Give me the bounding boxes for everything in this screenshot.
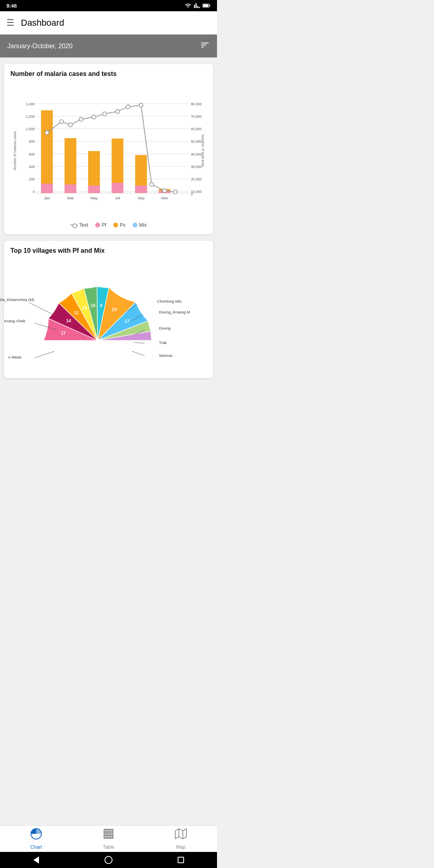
malaria-chart-container: Number of malaria cases Number of total … [10, 82, 207, 219]
label-roka: Roka_Kirisenchey (M) [0, 297, 34, 302]
svg-text:70,000: 70,000 [191, 115, 202, 119]
svg-text:400: 400 [29, 165, 35, 169]
label-samrac: Samrac [159, 353, 173, 358]
pie-chart-svg: 171412101092317 Roka_Kirisenchey (M) Cho… [4, 255, 213, 372]
legend-test-line [70, 225, 78, 225]
label-doung-kraong: Doung_Kraong M [159, 310, 190, 314]
legend-mix: Mix [133, 222, 147, 228]
menu-button[interactable]: ☰ [6, 18, 14, 28]
battery-icon [203, 2, 211, 9]
line-dot-jun [102, 112, 106, 116]
legend-mix-label: Mix [139, 222, 147, 228]
bar-pf-jan [41, 184, 53, 193]
pie-label-6: 23 [112, 307, 117, 312]
top-bar: ☰ Dashboard [0, 11, 217, 35]
label-krang-chek: Krang Chek [4, 319, 25, 323]
svg-text:1,400: 1,400 [26, 102, 35, 106]
malaria-chart-card: Number of malaria cases and tests Number… [4, 64, 213, 234]
label-line-samrac [132, 351, 144, 356]
status-icons [185, 2, 211, 9]
svg-text:800: 800 [29, 139, 35, 143]
line-dot-dec [173, 190, 177, 194]
line-dot-sep [139, 103, 143, 107]
malaria-chart-svg: Number of malaria cases Number of total … [10, 82, 207, 219]
pie-chart-title: Top 10 villages with Pf and Mix [10, 247, 207, 254]
svg-text:May: May [90, 196, 98, 200]
svg-text:Jan: Jan [44, 196, 50, 200]
svg-text:Jul: Jul [115, 196, 120, 200]
legend-pv-label: Pv [120, 222, 125, 228]
malaria-chart-title: Number of malaria cases and tests [10, 70, 207, 78]
main-content: Number of malaria cases and tests Number… [0, 64, 217, 433]
bar-pf-jul [112, 183, 123, 193]
legend-test: Test [70, 222, 88, 228]
svg-text:Mar: Mar [67, 196, 74, 200]
legend-pf: Pf [95, 222, 106, 228]
label-line-o-meas [35, 351, 54, 358]
svg-text:Nov: Nov [161, 196, 168, 200]
svg-text:20,000: 20,000 [191, 177, 202, 181]
filter-bar: January-October, 2020 [0, 35, 217, 57]
svg-rect-2 [209, 5, 210, 6]
legend-test-label: Test [79, 222, 88, 228]
label-doung: Doung [159, 326, 171, 330]
pie-segments: 171412101092317 [44, 287, 152, 340]
pie-label-1: 14 [66, 318, 71, 323]
pie-chart-card: Top 10 villages with Pf and Mix 17141210… [4, 241, 213, 378]
pie-label-7: 17 [125, 319, 129, 323]
line-dot-jul [116, 110, 120, 114]
svg-text:30,000: 30,000 [191, 165, 202, 169]
line-dot-nov [163, 189, 167, 193]
signal-icon [194, 2, 200, 9]
legend-pf-dot [95, 223, 100, 227]
svg-text:80,000: 80,000 [191, 102, 202, 106]
svg-text:Number of malaria cases: Number of malaria cases [13, 131, 17, 170]
legend-pv-dot [113, 223, 118, 227]
svg-rect-1 [203, 4, 208, 7]
svg-text:200: 200 [29, 177, 35, 181]
status-time: 9:46 [6, 3, 17, 9]
label-line-trak [134, 342, 145, 344]
label-trak: Trak [159, 340, 167, 345]
pie-label-4: 10 [90, 303, 95, 308]
bar-pf-sep [135, 186, 147, 193]
label-o-meas: o Meas [8, 355, 21, 359]
line-dot-oct [149, 182, 154, 186]
line-dot-aug [126, 105, 130, 109]
svg-text:50,000: 50,000 [191, 139, 202, 143]
pie-label-3: 10 [82, 305, 87, 310]
date-range-label: January-October, 2020 [7, 43, 73, 50]
line-dot-mar [68, 123, 72, 127]
pie-label-5: 9 [100, 303, 102, 308]
svg-text:1,200: 1,200 [26, 115, 35, 119]
bar-pf-may [88, 186, 100, 193]
svg-text:Sep: Sep [137, 196, 145, 200]
svg-text:Number of total tests: Number of total tests [201, 135, 205, 167]
svg-text:40,000: 40,000 [191, 152, 202, 156]
line-dot-jan [45, 131, 49, 135]
filter-icon[interactable] [200, 40, 210, 52]
svg-text:600: 600 [29, 152, 35, 156]
label-line-roka [29, 303, 55, 315]
bar-pf-mar [65, 184, 76, 193]
bar-pv-jan [41, 110, 53, 193]
label-chonlong: Chonlong Mlu [157, 299, 182, 303]
legend-pf-label: Pf [102, 222, 106, 228]
legend-pv: Pv [113, 222, 125, 228]
svg-text:0: 0 [33, 190, 35, 194]
svg-text:1,000: 1,000 [26, 127, 35, 131]
chart-legend: Test Pf Pv Mix [10, 222, 207, 228]
pie-label-2: 12 [74, 310, 79, 315]
pie-chart-container: 171412101092317 Roka_Kirisenchey (M) Cho… [10, 259, 207, 372]
svg-text:0: 0 [191, 192, 193, 196]
legend-mix-dot [133, 223, 137, 227]
line-dot-may [92, 115, 96, 119]
page-title: Dashboard [21, 18, 64, 28]
status-bar: 9:46 [0, 0, 217, 11]
wifi-icon [185, 2, 191, 9]
svg-text:60,000: 60,000 [191, 127, 202, 131]
line-dot-apr [79, 117, 83, 121]
line-dot-feb [59, 120, 63, 124]
pie-label-0: 17 [61, 331, 66, 336]
